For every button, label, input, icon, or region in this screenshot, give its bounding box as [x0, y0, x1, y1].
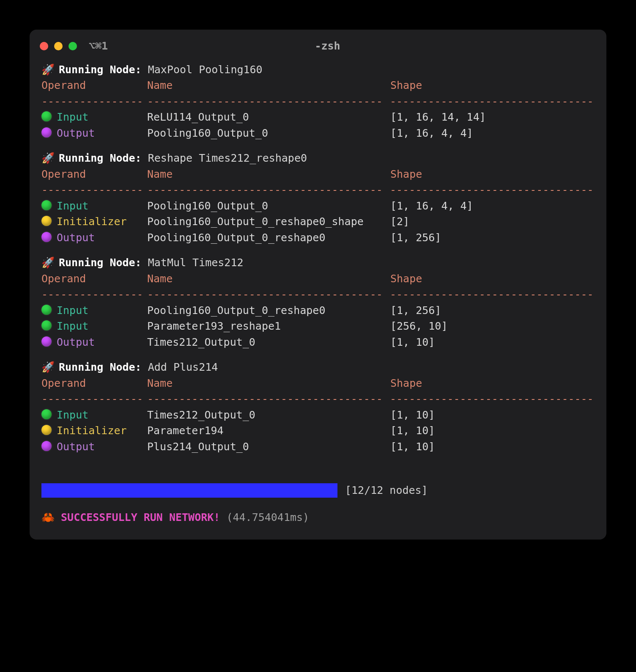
divider: ----------------------------------------…: [41, 391, 595, 407]
operand-cell: Input: [41, 198, 147, 214]
node-title: Reshape Times212_reshape0: [148, 152, 307, 164]
running-node-line: Running Node: MatMul Times212: [41, 255, 595, 271]
operand-row: OutputPooling160_Output_0_reshape0[1, 25…: [41, 230, 595, 246]
rocket-icon: [41, 63, 59, 76]
operand-cell: Input: [41, 318, 147, 334]
operand-cell: Input: [41, 109, 147, 125]
column-headers: OperandNameShape: [41, 375, 595, 391]
operand-name: Pooling160_Output_0: [147, 125, 390, 141]
operand-shape: [2]: [390, 214, 595, 230]
header-operand: Operand: [41, 271, 147, 287]
operand-name: Parameter193_reshape1: [147, 318, 390, 334]
header-shape: Shape: [390, 375, 595, 391]
operand-name: Times212_Output_0: [147, 334, 390, 350]
operand-name: Pooling160_Output_0_reshape0_shape: [147, 214, 390, 230]
operand-row: OutputPlus214_Output_0[1, 10]: [41, 439, 595, 455]
node-block: Running Node: Reshape Times212_reshape0O…: [41, 150, 595, 245]
operand-cell: Input: [41, 303, 147, 319]
node-block: Running Node: MaxPool Pooling160OperandN…: [41, 62, 595, 141]
rocket-icon: [41, 152, 59, 164]
purple-dot-icon: [41, 127, 52, 138]
node-block: Running Node: Add Plus214OperandNameShap…: [41, 359, 595, 454]
operand-row: InputPooling160_Output_0_reshape0[1, 256…: [41, 303, 595, 319]
close-icon[interactable]: [40, 42, 48, 50]
purple-dot-icon: [41, 441, 52, 451]
titlebar: ⌥⌘1 -zsh: [30, 30, 606, 60]
success-line: 🦀 SUCCESSFULLY RUN NETWORK! (44.754041ms…: [30, 502, 606, 526]
header-operand: Operand: [41, 77, 147, 94]
purple-dot-icon: [41, 336, 52, 347]
operand-cell: Output: [41, 439, 147, 455]
rocket-icon: [41, 256, 59, 269]
column-headers: OperandNameShape: [41, 166, 595, 182]
operand-name: Parameter194: [147, 423, 390, 439]
header-operand: Operand: [41, 375, 147, 391]
operand-name: Pooling160_Output_0_reshape0: [147, 230, 390, 246]
terminal-window: ⌥⌘1 -zsh Running Node: MaxPool Pooling16…: [30, 30, 606, 540]
success-timing: (44.754041ms): [226, 511, 309, 523]
operand-kind: Output: [57, 230, 95, 246]
operand-shape: [256, 10]: [390, 318, 595, 334]
operand-shape: [1, 10]: [390, 423, 595, 439]
divider: ----------------------------------------…: [41, 94, 595, 110]
operand-row: InputPooling160_Output_0[1, 16, 4, 4]: [41, 198, 595, 214]
operand-shape: [1, 10]: [390, 334, 595, 350]
operand-shape: [1, 16, 4, 4]: [390, 125, 595, 141]
operand-row: InputReLU114_Output_0[1, 16, 14, 14]: [41, 109, 595, 125]
green-dot-icon: [41, 305, 52, 315]
operand-kind: Output: [57, 125, 95, 141]
operand-row: InitializerParameter194[1, 10]: [41, 423, 595, 439]
green-dot-icon: [41, 409, 52, 419]
green-dot-icon: [41, 200, 52, 210]
operand-kind: Input: [57, 318, 88, 334]
operand-cell: Output: [41, 125, 147, 141]
operand-cell: Initializer: [41, 214, 147, 230]
header-operand: Operand: [41, 166, 147, 182]
operand-kind: Input: [57, 407, 88, 423]
operand-kind: Input: [57, 198, 88, 214]
operand-row: InputParameter193_reshape1[256, 10]: [41, 318, 595, 334]
operand-row: OutputPooling160_Output_0[1, 16, 4, 4]: [41, 125, 595, 141]
operand-name: Times212_Output_0: [147, 407, 390, 423]
operand-name: Plus214_Output_0: [147, 439, 390, 455]
green-dot-icon: [41, 111, 52, 121]
operand-kind: Output: [57, 439, 95, 455]
header-name: Name: [147, 166, 390, 182]
operand-name: Pooling160_Output_0: [147, 198, 390, 214]
operand-row: InputTimes212_Output_0[1, 10]: [41, 407, 595, 423]
running-node-line: Running Node: Add Plus214: [41, 359, 595, 375]
node-title: MatMul Times212: [148, 256, 244, 269]
operand-cell: Input: [41, 407, 147, 423]
operand-kind: Input: [57, 109, 88, 125]
yellow-dot-icon: [41, 216, 52, 226]
terminal-output[interactable]: Running Node: MaxPool Pooling160OperandN…: [30, 60, 606, 468]
operand-shape: [1, 16, 4, 4]: [390, 198, 595, 214]
operand-row: InitializerPooling160_Output_0_reshape0_…: [41, 214, 595, 230]
node-block: Running Node: MatMul Times212OperandName…: [41, 255, 595, 350]
header-shape: Shape: [390, 271, 595, 287]
rocket-icon: [41, 361, 59, 373]
progress-label: [12/12 nodes]: [345, 482, 428, 498]
column-headers: OperandNameShape: [41, 77, 595, 94]
operand-shape: [1, 256]: [390, 303, 595, 319]
operand-cell: Initializer: [41, 423, 147, 439]
operand-cell: Output: [41, 334, 147, 350]
node-title: Add Plus214: [148, 361, 218, 373]
operand-row: OutputTimes212_Output_0[1, 10]: [41, 334, 595, 350]
header-name: Name: [147, 77, 390, 94]
success-message: SUCCESSFULLY RUN NETWORK!: [61, 511, 220, 523]
operand-shape: [1, 256]: [390, 230, 595, 246]
header-name: Name: [147, 271, 390, 287]
running-label: Running Node:: [59, 361, 142, 373]
operand-cell: Output: [41, 230, 147, 246]
running-node-line: Running Node: Reshape Times212_reshape0: [41, 150, 595, 166]
column-headers: OperandNameShape: [41, 271, 595, 287]
running-label: Running Node:: [59, 152, 142, 164]
operand-kind: Initializer: [57, 423, 127, 439]
node-title: MaxPool Pooling160: [148, 63, 263, 76]
progress-bar: [41, 483, 337, 498]
running-label: Running Node:: [59, 256, 142, 269]
operand-kind: Initializer: [57, 214, 127, 230]
operand-shape: [1, 16, 14, 14]: [390, 109, 595, 125]
operand-kind: Output: [57, 334, 95, 350]
